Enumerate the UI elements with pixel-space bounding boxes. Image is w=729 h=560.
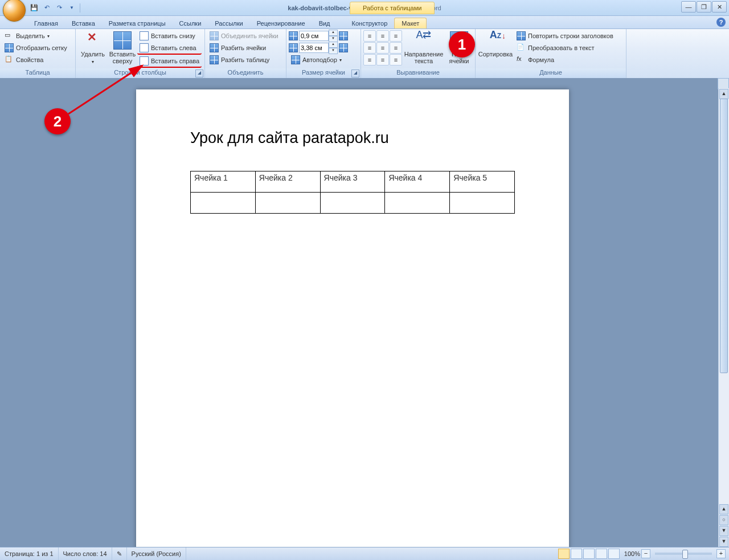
group-data-label: Данные xyxy=(476,68,626,78)
distribute-rows-icon[interactable] xyxy=(339,31,348,40)
zoom-level[interactable]: 100% xyxy=(624,550,640,557)
table-cell[interactable] xyxy=(191,193,256,214)
table-cell[interactable]: Ячейка 5 xyxy=(450,171,515,193)
height-up[interactable]: ▲ xyxy=(329,30,338,36)
tab-references[interactable]: Ссылки xyxy=(173,18,208,28)
scroll-down-button[interactable]: ▼ xyxy=(719,537,728,547)
col-width-input[interactable] xyxy=(299,43,329,53)
convert-to-text-button[interactable]: 📄Преобразовать в текст xyxy=(514,42,616,54)
zoom-knob[interactable] xyxy=(682,550,688,559)
zoom-slider[interactable] xyxy=(655,553,712,555)
align-mid-left[interactable]: ≡ xyxy=(363,42,376,54)
rows-cols-dialog-launcher[interactable]: ◢ xyxy=(195,70,203,77)
row-height-icon xyxy=(289,31,298,40)
help-button[interactable]: ? xyxy=(716,18,726,27)
view-print-layout[interactable] xyxy=(558,549,570,559)
redo-button[interactable]: ↷ xyxy=(54,2,65,14)
status-words[interactable]: Число слов: 14 xyxy=(59,547,112,560)
tab-mailings[interactable]: Рассылки xyxy=(208,18,249,28)
properties-button[interactable]: 📋Свойства xyxy=(2,54,69,66)
repeat-header-icon xyxy=(517,31,526,40)
split-cells-button[interactable]: Разбить ячейки xyxy=(207,42,281,54)
align-top-left[interactable]: ≡ xyxy=(363,30,376,42)
repeat-header-button[interactable]: Повторить строки заголовков xyxy=(514,30,616,42)
align-top-center[interactable]: ≡ xyxy=(376,30,389,42)
col-width-icon xyxy=(289,43,298,52)
minimize-button[interactable]: — xyxy=(681,1,696,13)
view-outline[interactable] xyxy=(596,549,607,559)
tab-design[interactable]: Конструктор xyxy=(345,18,395,28)
view-full-screen[interactable] xyxy=(571,549,582,559)
tab-view[interactable]: Вид xyxy=(312,18,337,28)
align-mid-right[interactable]: ≡ xyxy=(390,42,402,54)
scroll-up-button[interactable]: ▲ xyxy=(719,89,728,99)
split-table-button[interactable]: Разбить таблицу xyxy=(207,54,281,66)
tab-layout[interactable]: Макет xyxy=(394,18,427,28)
insert-above-button[interactable]: Вставить сверху xyxy=(108,30,137,66)
page-title-text: Урок для сайта paratapok.ru xyxy=(190,129,515,147)
view-web-layout[interactable] xyxy=(583,549,595,559)
close-button[interactable]: ✕ xyxy=(712,1,727,13)
table-cell[interactable]: Ячейка 4 xyxy=(385,171,450,193)
col-width-spinner[interactable]: ▲▼ xyxy=(299,42,338,54)
vertical-scrollbar[interactable]: ▲ ▲ ○ ▼ ▼ xyxy=(718,88,729,547)
width-up[interactable]: ▲ xyxy=(329,42,338,48)
distribute-cols-icon[interactable] xyxy=(339,43,348,52)
grid-icon xyxy=(5,43,14,52)
show-gridlines-button[interactable]: Отобразить сетку xyxy=(2,42,69,54)
delete-button[interactable]: Удалить▾ xyxy=(78,30,108,67)
table-row[interactable]: Ячейка 1 Ячейка 2 Ячейка 3 Ячейка 4 Ячей… xyxy=(191,171,515,193)
autofit-button[interactable]: Автоподбор ▾ xyxy=(289,54,348,66)
align-bot-left[interactable]: ≡ xyxy=(363,54,376,66)
status-page[interactable]: Страница: 1 из 1 xyxy=(0,547,59,560)
table-cell[interactable]: Ячейка 2 xyxy=(255,171,320,193)
undo-button[interactable]: ↶ xyxy=(41,2,52,14)
table-cell[interactable]: Ячейка 1 xyxy=(191,171,256,193)
group-cell-size-label: Размер ячейки◢ xyxy=(286,68,361,78)
tab-home[interactable]: Главная xyxy=(27,18,65,28)
formula-button[interactable]: fxФормула xyxy=(514,54,616,66)
align-mid-center[interactable]: ≡ xyxy=(376,42,389,54)
row-height-input[interactable] xyxy=(299,31,329,41)
scroll-thumb[interactable] xyxy=(720,99,728,373)
table-row[interactable] xyxy=(191,193,515,214)
align-top-right[interactable]: ≡ xyxy=(390,30,402,42)
tab-insert[interactable]: Вставка xyxy=(65,18,102,28)
sort-button[interactable]: AZ Сортировка xyxy=(478,30,513,59)
width-down[interactable]: ▼ xyxy=(329,48,338,54)
text-direction-button[interactable]: A⇄ Направление текста xyxy=(404,30,443,66)
status-language[interactable]: Русский (Россия) xyxy=(127,547,186,560)
status-proofing[interactable]: ✎ xyxy=(112,547,127,560)
qat-customize-button[interactable]: ▼ xyxy=(66,2,77,14)
prev-page-button[interactable]: ▲ xyxy=(719,504,728,514)
align-bot-right[interactable]: ≡ xyxy=(390,54,402,66)
split-table-icon xyxy=(210,55,219,64)
zoom-in-button[interactable]: + xyxy=(716,549,726,558)
view-draft[interactable] xyxy=(608,549,620,559)
browse-object-button[interactable]: ○ xyxy=(719,515,728,525)
merge-cells-button: Объединить ячейки xyxy=(207,30,281,42)
align-bot-center[interactable]: ≡ xyxy=(376,54,389,66)
table-cell[interactable] xyxy=(450,193,515,214)
zoom-out-button[interactable]: − xyxy=(641,549,650,558)
row-height-spinner[interactable]: ▲▼ xyxy=(299,30,338,42)
save-button[interactable]: 💾 xyxy=(28,2,40,14)
ruler-toggle-button[interactable] xyxy=(718,78,729,89)
table-cell[interactable]: Ячейка 3 xyxy=(320,171,385,193)
document-table[interactable]: Ячейка 1 Ячейка 2 Ячейка 3 Ячейка 4 Ячей… xyxy=(190,171,515,214)
restore-button[interactable]: ❐ xyxy=(697,1,711,13)
next-page-button[interactable]: ▼ xyxy=(719,526,728,536)
document-area[interactable]: Урок для сайта paratapok.ru Ячейка 1 Яче… xyxy=(0,78,719,547)
insert-below-button[interactable]: Вставить снизу xyxy=(137,30,202,42)
table-cell[interactable] xyxy=(385,193,450,214)
insert-right-button[interactable]: Вставить справа xyxy=(137,55,202,68)
tab-page-layout[interactable]: Разметка страницы xyxy=(102,18,173,28)
select-button[interactable]: ▭Выделить ▾ xyxy=(2,30,69,42)
table-cell[interactable] xyxy=(255,193,320,214)
tab-review[interactable]: Рецензирование xyxy=(250,18,312,28)
table-cell[interactable] xyxy=(320,193,385,214)
cell-size-dialog-launcher[interactable]: ◢ xyxy=(351,70,359,77)
insert-left-button[interactable]: Вставить слева xyxy=(137,42,202,55)
text-direction-icon: A⇄ xyxy=(415,31,433,50)
group-rows-columns: Удалить▾ Вставить сверху Вставить снизу … xyxy=(76,29,205,78)
